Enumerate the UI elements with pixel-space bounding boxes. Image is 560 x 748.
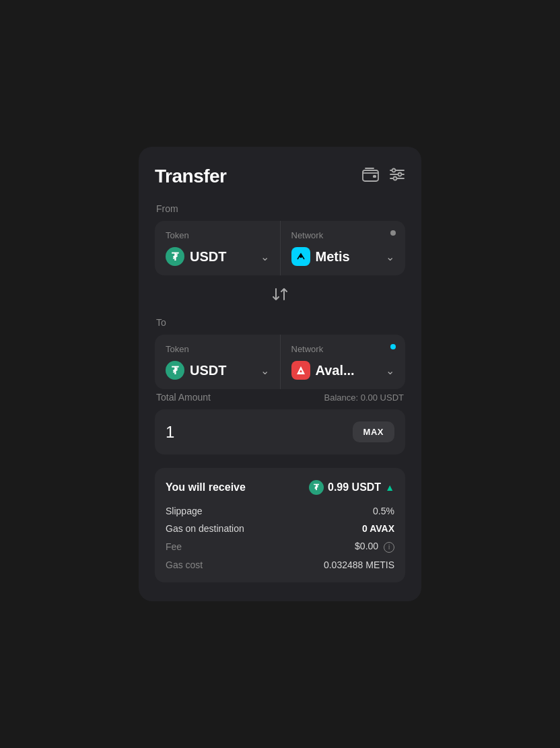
from-network-chevron: ⌄	[386, 250, 394, 263]
to-token-chevron: ⌄	[260, 364, 269, 377]
to-network-icon	[291, 361, 310, 380]
to-status-dot	[390, 344, 396, 349]
wallet-icon[interactable]	[362, 167, 380, 186]
amount-input[interactable]	[166, 423, 300, 442]
swap-button[interactable]	[155, 275, 405, 317]
to-network-selector[interactable]: Network Aval... ⌄	[281, 335, 406, 389]
swap-icon	[271, 285, 289, 308]
slippage-row: Slippage 0.5%	[166, 506, 394, 516]
from-label: From	[155, 203, 405, 214]
gas-destination-row: Gas on destination 0 AVAX	[166, 523, 394, 534]
receive-amount[interactable]: ₮ 0.99 USDT ▲	[309, 480, 394, 495]
amount-section: Total Amount Balance: 0.00 USDT MAX	[155, 392, 405, 454]
to-token-icon: ₮	[166, 361, 184, 380]
slippage-label: Slippage	[166, 506, 203, 516]
balance-label: Balance: 0.00 USDT	[324, 393, 404, 403]
from-token-chevron: ⌄	[260, 250, 269, 263]
fee-row: Fee $0.00 i	[166, 541, 394, 553]
from-network-selector[interactable]: Network Metis ⌄	[281, 221, 406, 275]
from-network-value[interactable]: Metis ⌄	[291, 247, 395, 266]
from-token-value[interactable]: ₮ USDT ⌄	[166, 247, 269, 266]
to-network-chevron: ⌄	[386, 364, 394, 377]
header: Transfer	[155, 166, 405, 187]
from-network-label: Network	[291, 230, 395, 240]
to-network-value[interactable]: Aval... ⌄	[291, 361, 395, 380]
from-token-selector[interactable]: Token ₮ USDT ⌄	[155, 221, 281, 275]
receive-header: You will receive ₮ 0.99 USDT ▲	[166, 480, 394, 495]
gas-destination-value: 0 AVAX	[362, 523, 394, 534]
svg-point-6	[398, 173, 402, 176]
amount-label: Total Amount	[156, 392, 211, 403]
to-network-label: Network	[291, 344, 395, 354]
receive-box: You will receive ₮ 0.99 USDT ▲ Slippage …	[155, 468, 405, 582]
receive-amount-text: 0.99 USDT	[328, 481, 381, 494]
from-token-label: Token	[166, 230, 269, 240]
header-icons	[362, 167, 405, 186]
svg-point-7	[394, 177, 397, 180]
from-status-dot	[390, 230, 396, 236]
svg-rect-1	[373, 175, 376, 178]
from-token-icon: ₮	[166, 247, 184, 266]
gas-destination-label: Gas on destination	[166, 523, 244, 534]
to-token-selector[interactable]: Token ₮ USDT ⌄	[155, 335, 281, 389]
slippage-value: 0.5%	[373, 506, 394, 516]
to-box: Token ₮ USDT ⌄ Network Av	[155, 335, 405, 389]
fee-label: Fee	[166, 541, 182, 552]
from-box: Token ₮ USDT ⌄ Network Me	[155, 221, 405, 275]
transfer-card: Transfer	[139, 147, 421, 601]
fee-info-icon[interactable]: i	[384, 542, 394, 553]
svg-point-5	[392, 169, 396, 172]
gas-cost-row: Gas cost 0.032488 METIS	[166, 559, 394, 570]
receive-token-icon: ₮	[309, 480, 324, 495]
fee-value: $0.00 i	[355, 541, 394, 553]
to-token-label: Token	[166, 344, 269, 354]
from-network-icon	[291, 247, 310, 266]
receive-label: You will receive	[166, 481, 246, 494]
amount-header: Total Amount Balance: 0.00 USDT	[155, 392, 405, 403]
settings-icon[interactable]	[389, 167, 405, 186]
from-network-name: Metis	[316, 249, 381, 265]
svg-point-9	[300, 255, 302, 258]
to-token-value[interactable]: ₮ USDT ⌄	[166, 361, 269, 380]
to-label: To	[155, 317, 405, 328]
from-token-name: USDT	[190, 249, 255, 265]
page-title: Transfer	[155, 166, 227, 187]
to-token-name: USDT	[190, 363, 255, 378]
gas-cost-value: 0.032488 METIS	[324, 559, 394, 570]
gas-cost-label: Gas cost	[166, 559, 203, 570]
amount-box: MAX	[155, 409, 405, 454]
to-network-name: Aval...	[316, 363, 381, 378]
max-button[interactable]: MAX	[353, 421, 394, 442]
expand-icon[interactable]: ▲	[385, 482, 394, 493]
